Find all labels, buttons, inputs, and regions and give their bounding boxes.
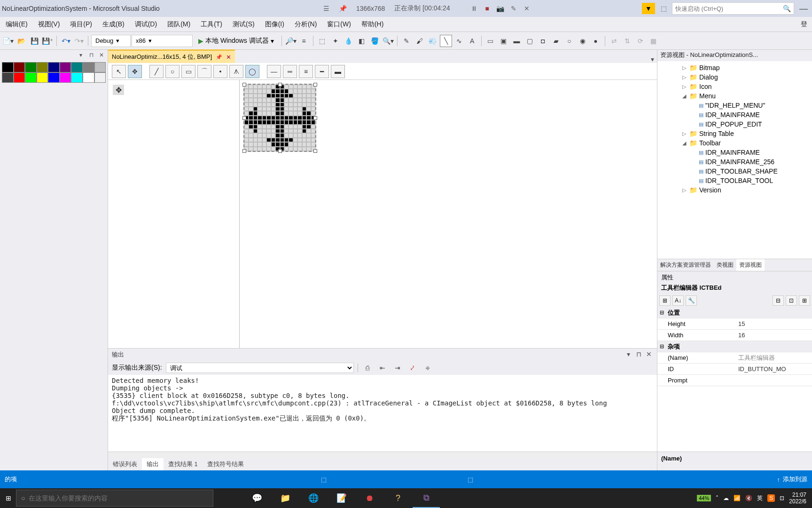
pixel-grid[interactable] [243, 84, 316, 152]
color-swatch[interactable] [2, 62, 14, 72]
taskbar-app-browser[interactable]: 🌐 [300, 488, 327, 508]
taskbar-search[interactable]: ○ [16, 490, 213, 507]
panel-dropdown-icon[interactable]: ▾ [77, 51, 85, 59]
hamburger-icon[interactable]: ☰ [323, 5, 329, 12]
output-clear-icon[interactable]: ⎙ [362, 363, 373, 373]
tree-node[interactable]: ◢📁Menu [657, 91, 812, 101]
color-swatch[interactable] [14, 72, 25, 83]
redo-icon[interactable]: ↷▾ [73, 35, 85, 47]
color-swatch[interactable] [25, 62, 37, 72]
pin-icon[interactable]: 📌 [339, 5, 347, 12]
color-swatch[interactable] [83, 62, 94, 72]
menu-test[interactable]: 测试(S) [228, 18, 259, 31]
menu-edit[interactable]: 编辑(E) [1, 18, 32, 31]
resize-handle[interactable] [278, 149, 282, 153]
tree-node[interactable]: ◢📁Toolbar [657, 138, 812, 148]
tree-node[interactable]: ▤IDR_POPUP_EDIT [657, 119, 812, 129]
rect-outline-icon[interactable]: ▭ [484, 35, 497, 47]
start-button[interactable]: ⊞ [2, 492, 15, 505]
login-link[interactable]: 登 [801, 20, 811, 29]
output-close-icon[interactable]: ✕ [645, 350, 653, 359]
feedback-icon[interactable]: ⬚ [658, 3, 669, 14]
width-2-icon[interactable]: ═ [283, 65, 297, 78]
roundrect-outline-icon[interactable]: ▢ [524, 35, 536, 47]
props-extra2-icon[interactable]: ⊡ [786, 295, 797, 306]
tab-find-results[interactable]: 查找结果 1 [164, 458, 203, 470]
minimize-button[interactable]: — [797, 4, 810, 14]
taskbar-search-input[interactable] [29, 494, 208, 502]
rect-fill-outline-icon[interactable]: ▣ [498, 35, 510, 47]
output-wordwrap-icon[interactable]: ⤦ [407, 363, 418, 373]
color-swatch[interactable] [25, 72, 37, 83]
tray-up-icon[interactable]: ˄ [716, 495, 718, 501]
cursor-tool-icon[interactable]: ↖ [112, 65, 126, 78]
resize-handle[interactable] [313, 116, 317, 120]
tray-wifi-icon[interactable]: 📶 [734, 495, 741, 501]
tab-overflow-icon[interactable]: ▾ [648, 56, 657, 63]
output-indent-right-icon[interactable]: ⇥ [392, 363, 403, 373]
bitmap-thumbnail[interactable]: ✥ [113, 85, 124, 95]
menu-project[interactable]: 项目(P) [65, 18, 97, 31]
pencil-draw-icon[interactable]: ✎ [400, 35, 413, 47]
platform-dropdown[interactable]: x86▾ [132, 35, 193, 47]
prop-cat-misc[interactable]: 杂项 [666, 342, 736, 351]
color-swatch[interactable] [37, 62, 48, 72]
taskbar-app-explorer[interactable]: 📁 [272, 488, 299, 508]
color-swatch[interactable] [71, 72, 83, 83]
tree-node[interactable]: ▤IDR_MAINFRAME_256 [657, 157, 812, 167]
zoom-icon[interactable]: 🔍▾ [382, 35, 394, 47]
resize-handle[interactable] [242, 83, 246, 87]
battery-indicator[interactable]: 44% [697, 495, 711, 501]
output-goto-icon[interactable]: ⎆ [422, 363, 433, 373]
color-swatch[interactable] [60, 62, 71, 72]
shape-ellipse-icon[interactable]: ◯ [245, 65, 259, 78]
stop-icon[interactable]: ■ [482, 3, 492, 14]
taskbar-app-notes[interactable]: 📝 [328, 488, 355, 508]
undo-icon[interactable]: ↶▾ [60, 35, 72, 47]
status-mid2-icon[interactable]: ⬚ [468, 476, 473, 483]
text-tool-icon[interactable]: A [466, 35, 478, 47]
tree-node[interactable]: ▷📁String Table [657, 129, 812, 138]
width-1-icon[interactable]: — [267, 65, 281, 78]
color-swatch[interactable] [37, 72, 48, 83]
prop-val-id[interactable]: ID_BUTTON_MO [736, 365, 812, 373]
eyedropper-icon[interactable]: 💧 [343, 35, 355, 47]
width-4-icon[interactable]: ━ [315, 65, 329, 78]
props-alpha-icon[interactable]: A↓ [672, 295, 684, 306]
ellipse-outline-icon[interactable]: ○ [563, 35, 576, 47]
tree-node[interactable]: ▷📁Bitmap [657, 63, 812, 72]
prop-val-width[interactable]: 16 [736, 332, 812, 339]
resize-handle[interactable] [313, 83, 317, 87]
tree-node[interactable]: ▤IDR_MAINFRAME [657, 110, 812, 119]
color-swatch[interactable] [94, 62, 106, 72]
grid-icon[interactable]: ▦ [648, 35, 660, 47]
line-tool-icon[interactable]: ╲ [440, 35, 452, 47]
shape-point-icon[interactable]: • [213, 65, 227, 78]
camera-icon[interactable]: 📷 [495, 3, 506, 14]
tree-node[interactable]: ▤"IDR_HELP_MENU" [657, 101, 812, 110]
config-dropdown[interactable]: Debug▾ [91, 35, 131, 47]
output-source-dropdown[interactable]: 调试 [166, 363, 354, 373]
tree-node[interactable]: ▷📁Icon [657, 82, 812, 91]
quick-launch-input[interactable] [675, 5, 783, 12]
output-pin-icon[interactable]: ⊓ [634, 350, 643, 359]
new-item-icon[interactable]: 📄▾ [2, 35, 14, 47]
menu-help[interactable]: 帮助(H) [357, 18, 388, 31]
menu-view[interactable]: 视图(V) [33, 18, 65, 31]
resize-handle[interactable] [278, 83, 282, 87]
notification-flag-icon[interactable]: ▼ [642, 3, 655, 14]
flip-v-icon[interactable]: ⇅ [621, 35, 633, 47]
menu-debug[interactable]: 调试(D) [130, 18, 162, 31]
eraser-icon[interactable]: ◧ [356, 35, 368, 47]
width-5-icon[interactable]: ▬ [331, 65, 345, 78]
select-region-icon[interactable]: ⬚ [316, 35, 328, 47]
shape-rect-icon[interactable]: ▭ [181, 65, 195, 78]
rect-fill-icon[interactable]: ▬ [511, 35, 523, 47]
active-tab[interactable]: NoLinearOptimiz...16x15, 4 位, BMP] 📌 ✕ [108, 49, 235, 63]
tree-node[interactable]: ▤IDR_TOOLBAR_TOOL [657, 176, 812, 185]
menu-image[interactable]: 图像(I) [260, 18, 289, 31]
fill-icon[interactable]: 🪣 [369, 35, 381, 47]
props-extra1-icon[interactable]: ⊟ [773, 295, 784, 306]
tray-sogou-icon[interactable]: S [767, 494, 775, 502]
status-right[interactable]: 添加到源 [783, 475, 807, 484]
